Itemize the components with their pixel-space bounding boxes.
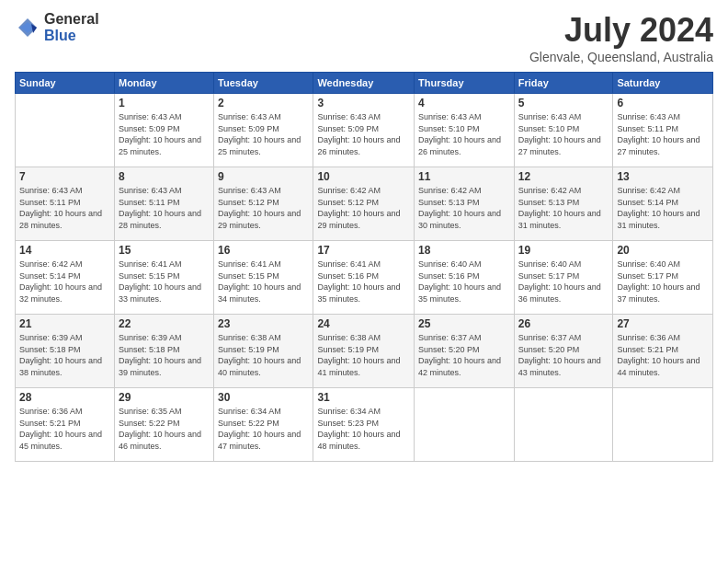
- calendar-cell: 2 Sunrise: 6:43 AMSunset: 5:09 PMDayligh…: [214, 94, 313, 167]
- calendar-cell: 19 Sunrise: 6:40 AMSunset: 5:17 PMDaylig…: [514, 241, 613, 315]
- day-number: 21: [19, 317, 110, 330]
- day-number: 10: [317, 170, 410, 183]
- calendar-cell: [514, 388, 613, 462]
- logo-icon: [15, 15, 40, 40]
- header-thursday: Thursday: [415, 73, 515, 94]
- calendar-cell: 13 Sunrise: 6:42 AMSunset: 5:14 PMDaylig…: [613, 167, 713, 241]
- calendar-cell: 29 Sunrise: 6:35 AMSunset: 5:22 PMDaylig…: [114, 388, 213, 462]
- day-info: Sunrise: 6:40 AMSunset: 5:17 PMDaylight:…: [617, 259, 709, 304]
- calendar-cell: 21 Sunrise: 6:39 AMSunset: 5:18 PMDaylig…: [16, 315, 115, 388]
- header-saturday: Saturday: [613, 73, 713, 94]
- day-number: 8: [119, 170, 210, 183]
- day-number: 24: [317, 317, 410, 330]
- day-number: 2: [218, 97, 309, 109]
- day-number: 31: [317, 391, 410, 404]
- day-number: 16: [218, 244, 309, 257]
- calendar-cell: 28 Sunrise: 6:36 AMSunset: 5:21 PMDaylig…: [16, 388, 115, 462]
- day-info: Sunrise: 6:42 AMSunset: 5:13 PMDaylight:…: [518, 185, 609, 231]
- calendar-cell: 20 Sunrise: 6:40 AMSunset: 5:17 PMDaylig…: [613, 241, 713, 315]
- calendar-cell: 17 Sunrise: 6:41 AMSunset: 5:16 PMDaylig…: [313, 241, 415, 315]
- calendar-cell: 26 Sunrise: 6:37 AMSunset: 5:20 PMDaylig…: [514, 315, 613, 388]
- calendar-cell: 27 Sunrise: 6:36 AMSunset: 5:21 PMDaylig…: [613, 315, 713, 388]
- calendar-week-5: 28 Sunrise: 6:36 AMSunset: 5:21 PMDaylig…: [16, 388, 713, 462]
- day-info: Sunrise: 6:41 AMSunset: 5:15 PMDaylight:…: [218, 259, 309, 304]
- calendar-cell: 6 Sunrise: 6:43 AMSunset: 5:11 PMDayligh…: [613, 94, 713, 167]
- day-number: 26: [518, 317, 609, 330]
- day-info: Sunrise: 6:38 AMSunset: 5:19 PMDaylight:…: [317, 332, 410, 378]
- day-number: 30: [218, 391, 309, 404]
- day-number: 3: [317, 97, 410, 109]
- day-number: 15: [119, 244, 210, 257]
- calendar-week-2: 7 Sunrise: 6:43 AMSunset: 5:11 PMDayligh…: [16, 167, 713, 241]
- day-info: Sunrise: 6:36 AMSunset: 5:21 PMDaylight:…: [19, 406, 110, 452]
- day-info: Sunrise: 6:43 AMSunset: 5:09 PMDaylight:…: [119, 111, 210, 157]
- calendar-cell: 11 Sunrise: 6:42 AMSunset: 5:13 PMDaylig…: [415, 167, 515, 241]
- day-info: Sunrise: 6:34 AMSunset: 5:22 PMDaylight:…: [218, 406, 309, 452]
- calendar-page: General Blue July 2024 Glenvale, Queensl…: [0, 0, 728, 563]
- day-info: Sunrise: 6:43 AMSunset: 5:12 PMDaylight:…: [218, 185, 309, 231]
- day-info: Sunrise: 6:42 AMSunset: 5:14 PMDaylight:…: [617, 185, 709, 231]
- calendar-cell: [16, 94, 115, 167]
- calendar-cell: 12 Sunrise: 6:42 AMSunset: 5:13 PMDaylig…: [514, 167, 613, 241]
- calendar-cell: 5 Sunrise: 6:43 AMSunset: 5:10 PMDayligh…: [514, 94, 613, 167]
- calendar-cell: 3 Sunrise: 6:43 AMSunset: 5:09 PMDayligh…: [313, 94, 415, 167]
- day-number: 11: [418, 170, 510, 183]
- calendar-cell: 25 Sunrise: 6:37 AMSunset: 5:20 PMDaylig…: [415, 315, 515, 388]
- calendar-cell: 15 Sunrise: 6:41 AMSunset: 5:15 PMDaylig…: [114, 241, 213, 315]
- day-info: Sunrise: 6:38 AMSunset: 5:19 PMDaylight:…: [218, 332, 309, 378]
- day-number: 13: [617, 170, 709, 183]
- day-number: 17: [317, 244, 410, 257]
- calendar-cell: [415, 388, 515, 462]
- day-info: Sunrise: 6:36 AMSunset: 5:21 PMDaylight:…: [617, 332, 709, 378]
- day-number: 19: [518, 244, 609, 257]
- header-row: Sunday Monday Tuesday Wednesday Thursday…: [16, 73, 713, 94]
- calendar-header: Sunday Monday Tuesday Wednesday Thursday…: [16, 73, 713, 94]
- day-info: Sunrise: 6:42 AMSunset: 5:14 PMDaylight:…: [19, 259, 110, 304]
- day-number: 7: [19, 170, 110, 183]
- day-info: Sunrise: 6:34 AMSunset: 5:23 PMDaylight:…: [317, 406, 410, 452]
- day-number: 28: [19, 391, 110, 404]
- calendar-cell: 1 Sunrise: 6:43 AMSunset: 5:09 PMDayligh…: [114, 94, 213, 167]
- day-info: Sunrise: 6:41 AMSunset: 5:15 PMDaylight:…: [119, 259, 210, 304]
- day-number: 14: [19, 244, 110, 257]
- day-info: Sunrise: 6:37 AMSunset: 5:20 PMDaylight:…: [518, 332, 609, 378]
- header-sunday: Sunday: [16, 73, 115, 94]
- day-info: Sunrise: 6:43 AMSunset: 5:11 PMDaylight:…: [19, 185, 110, 231]
- day-info: Sunrise: 6:41 AMSunset: 5:16 PMDaylight:…: [317, 259, 410, 304]
- header-monday: Monday: [114, 73, 213, 94]
- day-number: 12: [518, 170, 609, 183]
- calendar-cell: 31 Sunrise: 6:34 AMSunset: 5:23 PMDaylig…: [313, 388, 415, 462]
- calendar-cell: [613, 388, 713, 462]
- day-number: 20: [617, 244, 709, 257]
- calendar-cell: 4 Sunrise: 6:43 AMSunset: 5:10 PMDayligh…: [415, 94, 515, 167]
- day-info: Sunrise: 6:42 AMSunset: 5:13 PMDaylight:…: [418, 185, 510, 231]
- day-info: Sunrise: 6:35 AMSunset: 5:22 PMDaylight:…: [119, 406, 210, 452]
- day-number: 4: [418, 97, 510, 109]
- header-friday: Friday: [514, 73, 613, 94]
- day-number: 27: [617, 317, 709, 330]
- calendar-cell: 22 Sunrise: 6:39 AMSunset: 5:18 PMDaylig…: [114, 315, 213, 388]
- location: Glenvale, Queensland, Australia: [529, 50, 713, 64]
- calendar-cell: 16 Sunrise: 6:41 AMSunset: 5:15 PMDaylig…: [214, 241, 313, 315]
- calendar-cell: 14 Sunrise: 6:42 AMSunset: 5:14 PMDaylig…: [16, 241, 115, 315]
- logo: General Blue: [15, 11, 99, 43]
- day-info: Sunrise: 6:42 AMSunset: 5:12 PMDaylight:…: [317, 185, 410, 231]
- calendar-cell: 30 Sunrise: 6:34 AMSunset: 5:22 PMDaylig…: [214, 388, 313, 462]
- logo-general: General: [44, 11, 99, 28]
- calendar-week-1: 1 Sunrise: 6:43 AMSunset: 5:09 PMDayligh…: [16, 94, 713, 167]
- header-wednesday: Wednesday: [313, 73, 415, 94]
- day-info: Sunrise: 6:40 AMSunset: 5:17 PMDaylight:…: [518, 259, 609, 304]
- month-year: July 2024: [529, 11, 713, 50]
- calendar-cell: 23 Sunrise: 6:38 AMSunset: 5:19 PMDaylig…: [214, 315, 313, 388]
- day-number: 29: [119, 391, 210, 404]
- calendar-cell: 7 Sunrise: 6:43 AMSunset: 5:11 PMDayligh…: [16, 167, 115, 241]
- calendar-cell: 8 Sunrise: 6:43 AMSunset: 5:11 PMDayligh…: [114, 167, 213, 241]
- day-number: 22: [119, 317, 210, 330]
- day-info: Sunrise: 6:43 AMSunset: 5:11 PMDaylight:…: [119, 185, 210, 231]
- day-number: 9: [218, 170, 309, 183]
- day-info: Sunrise: 6:40 AMSunset: 5:16 PMDaylight:…: [418, 259, 510, 304]
- day-info: Sunrise: 6:43 AMSunset: 5:10 PMDaylight:…: [418, 111, 510, 157]
- calendar-cell: 10 Sunrise: 6:42 AMSunset: 5:12 PMDaylig…: [313, 167, 415, 241]
- day-number: 25: [418, 317, 510, 330]
- calendar-cell: 24 Sunrise: 6:38 AMSunset: 5:19 PMDaylig…: [313, 315, 415, 388]
